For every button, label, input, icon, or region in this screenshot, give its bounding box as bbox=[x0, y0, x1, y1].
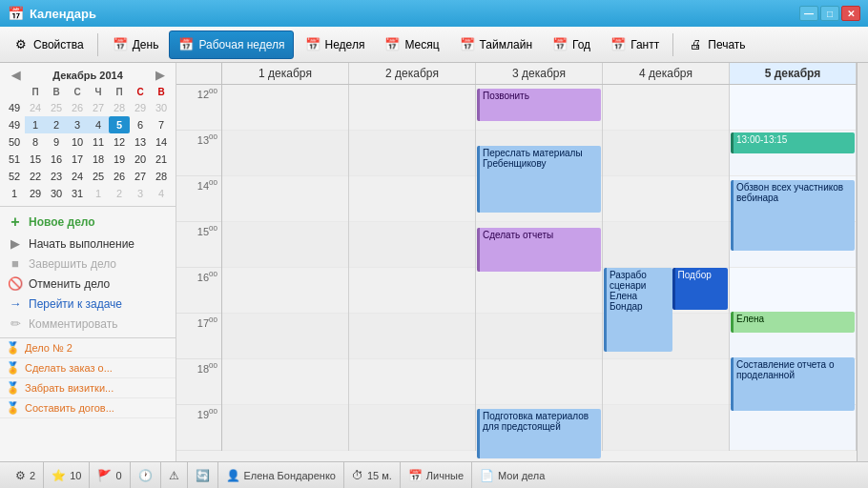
goto-action[interactable]: → Перейти к задаче bbox=[8, 294, 168, 314]
cal-day-cell[interactable]: 24 bbox=[67, 168, 88, 185]
event-pereslat[interactable]: Переслать материалы Гребенщикову bbox=[477, 146, 601, 213]
slot[interactable] bbox=[222, 405, 348, 451]
event-podgotovka[interactable]: Подготовка материалов для предстоящей bbox=[477, 409, 601, 458]
day-col-1[interactable] bbox=[222, 85, 349, 451]
start-action[interactable]: ▶ Начать выполнение bbox=[8, 234, 168, 254]
cal-day-cell[interactable]: 8 bbox=[25, 133, 46, 151]
cal-day-cell[interactable]: 30 bbox=[46, 185, 67, 202]
slot[interactable] bbox=[730, 85, 856, 131]
cal-day-cell[interactable]: 23 bbox=[46, 168, 67, 185]
slot[interactable] bbox=[349, 176, 475, 222]
cal-day-cell[interactable]: 11 bbox=[88, 133, 109, 151]
workweek-button[interactable]: 📅 Рабочая неделя bbox=[169, 30, 293, 59]
slot[interactable] bbox=[349, 85, 475, 131]
event-otchety[interactable]: Сделать отчеты bbox=[477, 228, 601, 272]
new-task-action[interactable]: + Новое дело bbox=[8, 211, 168, 234]
day-col-3[interactable]: Позвонить Переслать материалы Гребенщико… bbox=[476, 85, 603, 451]
slot[interactable] bbox=[222, 176, 348, 222]
cal-day-cell[interactable]: 31 bbox=[67, 185, 88, 202]
gantt-button[interactable]: 📅 Гантт bbox=[601, 30, 668, 59]
timeline-button[interactable]: 📅 Таймлайн bbox=[450, 30, 541, 59]
minimize-button[interactable]: — bbox=[799, 6, 818, 21]
cal-day-cell[interactable]: 21 bbox=[151, 151, 172, 168]
list-item[interactable]: 🏅 Составить догов... bbox=[0, 398, 176, 418]
slot[interactable] bbox=[603, 85, 729, 131]
cal-day-cell[interactable]: 29 bbox=[25, 185, 46, 202]
cal-day-cell[interactable]: 5 bbox=[109, 116, 130, 133]
cal-day-cell[interactable]: 15 bbox=[25, 151, 46, 168]
cal-day-cell[interactable]: 1 bbox=[25, 116, 46, 133]
cal-day-cell[interactable]: 2 bbox=[46, 116, 67, 133]
slot[interactable] bbox=[476, 359, 602, 405]
cal-day-cell[interactable]: 1 bbox=[88, 185, 109, 202]
cal-day-cell[interactable]: 3 bbox=[67, 116, 88, 133]
slot[interactable] bbox=[603, 359, 729, 405]
cal-day-cell[interactable]: 26 bbox=[109, 168, 130, 185]
cal-day-cell[interactable]: 19 bbox=[109, 151, 130, 168]
calendar-scroll[interactable]: 1200 1300 1400 1500 1600 1700 1800 1900 bbox=[176, 85, 857, 461]
event-obzvon[interactable]: Обзвон всех участников вебинара bbox=[731, 180, 855, 251]
cal-day-cell[interactable]: 14 bbox=[151, 133, 172, 151]
cal-day-cell[interactable]: 22 bbox=[25, 168, 46, 185]
slot[interactable] bbox=[349, 268, 475, 314]
close-button[interactable]: ✕ bbox=[841, 6, 860, 21]
cal-day-cell[interactable]: 16 bbox=[46, 151, 67, 168]
slot[interactable] bbox=[222, 359, 348, 405]
cal-day-cell[interactable]: 17 bbox=[67, 151, 88, 168]
status-warning[interactable]: ⚠ bbox=[161, 462, 188, 488]
cal-day-cell[interactable]: 27 bbox=[88, 99, 109, 116]
cal-day-cell[interactable]: 24 bbox=[25, 99, 46, 116]
slot[interactable] bbox=[222, 131, 348, 176]
status-refresh[interactable]: 🔄 bbox=[188, 462, 218, 488]
cal-day-cell[interactable]: 26 bbox=[67, 99, 88, 116]
cal-day-cell[interactable]: 12 bbox=[109, 133, 130, 151]
year-button[interactable]: 📅 Год bbox=[543, 30, 599, 59]
slot[interactable] bbox=[222, 268, 348, 314]
list-item[interactable]: 🏅 Забрать визитки... bbox=[0, 378, 176, 398]
event-1315[interactable]: 13:00-13:15 bbox=[731, 132, 855, 153]
list-item[interactable]: 🏅 Сделать заказ о... bbox=[0, 358, 176, 378]
maximize-button[interactable]: □ bbox=[820, 6, 839, 21]
cal-day-cell[interactable]: 6 bbox=[130, 116, 151, 133]
cal-day-cell[interactable]: 28 bbox=[109, 99, 130, 116]
cancel-action[interactable]: 🚫 Отменить дело bbox=[8, 274, 168, 294]
cal-day-cell[interactable]: 4 bbox=[88, 116, 109, 133]
settings-button[interactable]: ⚙ Свойства bbox=[4, 30, 93, 59]
event-sostavlenie[interactable]: Составление отчета о проделанной bbox=[731, 357, 855, 411]
slot[interactable] bbox=[603, 222, 729, 268]
slot[interactable] bbox=[349, 359, 475, 405]
event-podbor[interactable]: Подбор bbox=[672, 268, 728, 310]
cal-day-cell[interactable]: 13 bbox=[130, 133, 151, 151]
cal-day-cell[interactable]: 18 bbox=[88, 151, 109, 168]
slot[interactable] bbox=[603, 176, 729, 222]
cal-day-cell[interactable]: 27 bbox=[130, 168, 151, 185]
slot[interactable] bbox=[603, 405, 729, 451]
slot[interactable] bbox=[349, 314, 475, 359]
scrollbar[interactable] bbox=[857, 63, 868, 461]
day-col-4[interactable]: Разрабо сценари Елена Бондар Подбор bbox=[603, 85, 730, 451]
cal-day-cell[interactable]: 3 bbox=[130, 185, 151, 202]
cal-day-cell[interactable]: 10 bbox=[67, 133, 88, 151]
day-button[interactable]: 📅 День bbox=[103, 30, 168, 59]
slot[interactable] bbox=[222, 314, 348, 359]
cal-day-cell[interactable]: 4 bbox=[151, 185, 172, 202]
cal-day-cell[interactable]: 29 bbox=[130, 99, 151, 116]
prev-month-button[interactable]: ◀ bbox=[8, 69, 24, 82]
cal-day-cell[interactable]: 25 bbox=[46, 99, 67, 116]
slot[interactable] bbox=[222, 222, 348, 268]
cal-day-cell[interactable]: 9 bbox=[46, 133, 67, 151]
cal-day-cell[interactable]: 30 bbox=[151, 99, 172, 116]
event-pozvonim[interactable]: Позвонить bbox=[477, 89, 601, 121]
slot[interactable] bbox=[730, 268, 856, 314]
cal-day-cell[interactable]: 28 bbox=[151, 168, 172, 185]
list-item[interactable]: 🏅 Дело № 2 bbox=[0, 338, 176, 358]
slot[interactable] bbox=[349, 222, 475, 268]
day-col-5[interactable]: 13:00-13:15 Обзвон всех участников вебин… bbox=[730, 85, 857, 451]
event-razrabotka[interactable]: Разрабо сценари Елена Бондар bbox=[604, 268, 672, 352]
month-button[interactable]: 📅 Месяц bbox=[375, 30, 447, 59]
slot[interactable] bbox=[603, 131, 729, 176]
cal-day-cell[interactable]: 20 bbox=[130, 151, 151, 168]
print-button[interactable]: 🖨 Печать bbox=[678, 30, 754, 59]
slot[interactable] bbox=[730, 405, 856, 451]
cal-day-cell[interactable]: 25 bbox=[88, 168, 109, 185]
